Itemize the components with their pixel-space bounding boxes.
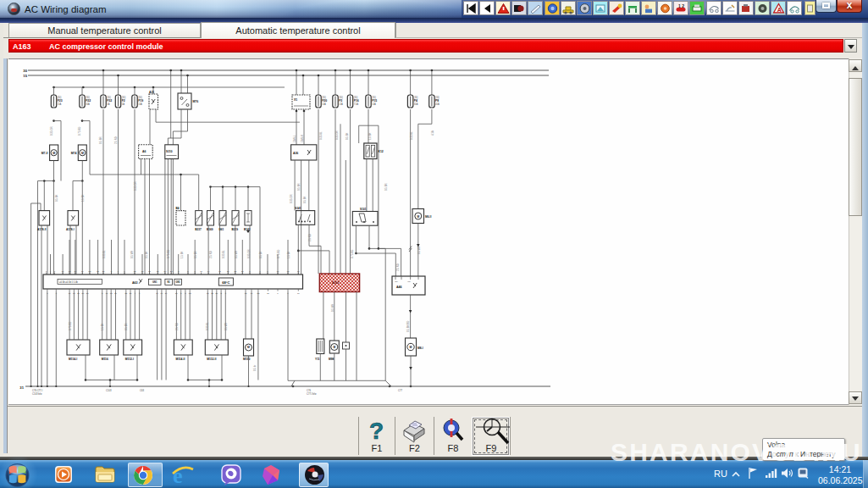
svg-text:11: 11 [297,292,300,295]
svg-text:M: M [247,346,250,349]
svg-text:GN1: GN1 [152,280,158,284]
svg-text:(30): (30) [372,96,376,99]
svg-text:0.5 WH: 0.5 WH [235,251,238,258]
svg-text:(30): (30) [58,96,62,99]
svg-text:0.35 GR: 0.35 GR [247,250,251,258]
svg-text:11: 11 [200,270,202,273]
svg-text:S310: S310 [166,150,173,153]
svg-text:15: 15 [23,74,27,78]
svg-text:F15: F15 [372,99,377,103]
svg-text:(15): (15) [407,280,411,282]
svg-text:C77: C77 [398,389,402,392]
svg-text:M76: M76 [193,100,199,103]
svg-text:(30): (30) [322,96,326,99]
svg-text:A6: A6 [142,150,146,153]
svg-text:M116: M116 [102,358,108,361]
svg-text:0.5 BK: 0.5 BK [303,196,307,203]
svg-text:5A: 5A [122,103,124,106]
svg-text:0.35 GR: 0.35 GR [134,182,137,191]
svg-text:1.5 BK: 1.5 BK [287,251,290,258]
svg-text:0.75 RD: 0.75 RD [78,127,81,136]
svg-text:Y11: Y11 [315,358,320,361]
svg-text:(30): (30) [354,96,358,99]
svg-text:F32: F32 [107,99,112,103]
svg-text:4.1A: 4.1A [431,130,434,136]
svg-text:K12: K12 [379,150,384,153]
svg-text:0.5 BK: 0.5 BK [55,194,58,202]
svg-text:10A: 10A [322,103,326,106]
svg-text:P8: P8 [435,99,439,103]
svg-text:(30): (30) [122,96,126,99]
svg-text:?: ? [369,418,384,444]
svg-text:(30): (30) [86,96,90,99]
svg-text:7.5A: 7.5A [354,103,359,106]
svg-text:(30): (30) [414,96,418,99]
svg-text:0.5 WH: 0.5 WH [417,247,421,254]
svg-text:10A: 10A [372,103,376,106]
svg-text:0.5 BK: 0.5 BK [346,132,349,140]
svg-text:A63: A63 [132,281,138,285]
svg-text:0.5 BK: 0.5 BK [145,251,148,258]
svg-text:S101: S101 [360,208,367,211]
svg-text:B169: B169 [207,228,213,231]
svg-text:0.35 BL: 0.35 BL [102,250,106,258]
svg-text:15A: 15A [58,103,62,106]
svg-text:40A: 40A [435,103,440,106]
svg-text:C76 C77-I: C76 C77-I [32,389,43,392]
svg-text:C63: C63 [140,389,144,392]
svg-text:F20: F20 [322,99,327,103]
svg-text:28: 28 [102,270,105,273]
svg-text:30A: 30A [414,103,418,106]
svg-text:1.5 BK: 1.5 BK [81,194,85,202]
svg-text:4: 4 [259,270,261,273]
svg-text:19: 19 [81,270,84,273]
svg-text:2.5 RD: 2.5 RD [396,263,400,271]
svg-text:10A: 10A [138,103,142,106]
svg-text:M: M [333,346,335,349]
svg-text:0.75 RD: 0.75 RD [351,250,354,258]
svg-text:7: 7 [54,270,56,273]
svg-text:≡0.5b ≡0.5b 1:1.0b: ≡0.5b ≡0.5b 1:1.0b [59,280,78,284]
svg-text:0.35 BL: 0.35 BL [222,250,225,258]
svg-text:0.35 GR: 0.35 GR [50,127,53,136]
svg-text:2.5 RD: 2.5 RD [209,251,213,258]
svg-text:M98: M98 [329,358,334,361]
svg-text:F2: F2 [122,99,125,103]
svg-text:CAN-L: CAN-L [293,135,296,142]
svg-text:1 2: 1 2 [678,3,684,8]
svg-text:M: M [410,346,412,349]
svg-text:C76: C76 [307,389,311,392]
svg-text:0.5 BR: 0.5 BR [384,183,388,191]
svg-text:M114-II: M114-II [175,358,185,361]
svg-text:31: 31 [19,385,24,390]
svg-text:C103 b/w: C103 b/w [32,392,41,396]
svg-text:F3: F3 [339,99,342,103]
svg-text:2.5 RD: 2.5 RD [114,136,118,144]
svg-text:0.5 BR: 0.5 BR [297,183,301,191]
svg-text:30: 30 [23,69,27,73]
svg-text:M150: M150 [243,358,250,361]
svg-text:0.35 BL: 0.35 BL [319,131,323,140]
svg-text:0.5 WH: 0.5 WH [331,304,334,312]
svg-text:M112-II: M112-II [207,358,216,361]
svg-text:F22: F22 [86,99,91,103]
svg-text:M114-I: M114-I [69,358,77,361]
svg-text:M112-I: M112-I [125,358,134,361]
svg-text:1.5 BK: 1.5 BK [180,251,184,258]
svg-text:0.35 GR: 0.35 GR [335,131,339,140]
svg-text:P4: P4 [414,99,417,103]
svg-text:1.5 BK: 1.5 BK [101,323,104,330]
svg-text:M: M [81,152,84,155]
svg-text:C77-I b/w: C77-I b/w [307,392,317,396]
svg-text:16: 16 [297,270,300,273]
svg-text:0.35 GR: 0.35 GR [290,195,293,203]
svg-text:18: 18 [148,270,151,273]
svg-text:0.5 WH: 0.5 WH [130,251,134,258]
svg-text:6: 6 [118,270,119,273]
svg-text:2.5 RD: 2.5 RD [175,323,179,330]
svg-text:(30): (30) [435,96,440,99]
svg-text:A46: A46 [396,286,402,289]
svg-text:1: 1 [277,292,279,295]
svg-text:A31: A31 [149,91,154,94]
svg-text:0.5 BR: 0.5 BR [124,323,128,330]
